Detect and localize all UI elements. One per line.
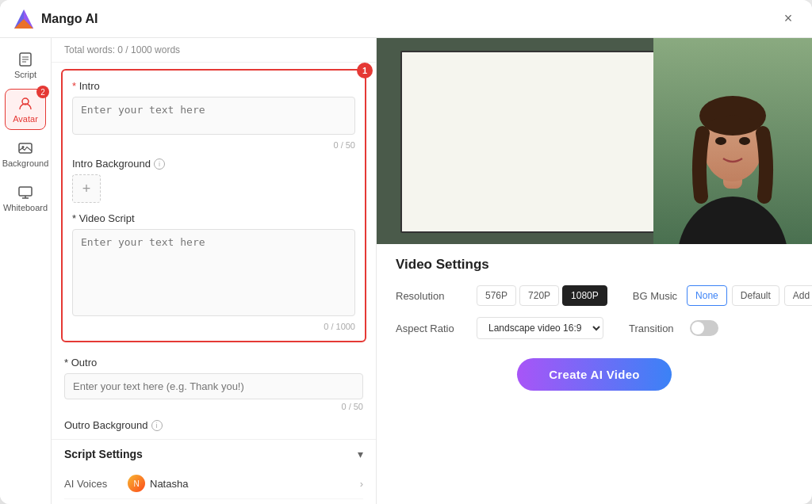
resolution-row: Resolution 576P 720P 1080P BG Music None… [396,285,793,306]
outro-required: * [64,357,71,368]
sidebar-item-script[interactable]: Script [5,44,46,86]
intro-input-wrapper: 0 / 50 [72,97,355,150]
intro-char-count: 0 / 50 [72,140,355,150]
script-settings-header[interactable]: Script Settings ▾ [52,439,376,468]
chevron-down-icon: ▾ [358,448,363,460]
ai-voices-row: AI Voices N Natasha › [64,468,363,499]
bg-music-label: BG Music [633,290,677,302]
video-settings-area: Video Settings Resolution 576P 720P 1080… [377,244,812,504]
nav-item-wrapper-background: Background [5,133,46,174]
logo-icon [13,8,35,30]
svg-rect-8 [19,143,32,153]
svg-rect-10 [19,187,32,196]
sidebar-nav: Script Avatar 2 [0,38,52,504]
transition-toggle[interactable] [690,320,718,336]
intro-label: * Intro [72,80,355,92]
outro-bg-label: Outro Background i [64,419,163,431]
modal-body: Script Avatar 2 [0,38,812,504]
create-button-area: Create AI Video [396,358,793,391]
video-script-label: * Video Script [72,212,355,224]
avatar-figure [653,38,812,244]
script-section: 1 * Intro 0 / 50 Intro Background i + [61,69,366,342]
intro-bg-label: Intro Background i [72,158,355,170]
outro-input[interactable] [64,373,363,399]
aspect-ratio-select[interactable]: Landscape video 16:9 Portrait video 9:16… [477,317,603,339]
script-label: Script [14,70,36,79]
outro-input-wrapper: 0 / 50 [64,373,363,411]
intro-bg-add-button[interactable]: + [72,174,101,203]
intro-required: * [72,80,79,92]
background-icon [17,140,33,156]
outro-bg-info-icon[interactable]: i [151,420,163,431]
bg-music-default-button[interactable]: Default [732,285,779,306]
outro-section: * Outro 0 / 50 Outro Background i [52,349,376,439]
close-button[interactable]: × [777,8,799,30]
modal-header: Mango AI × [0,0,812,38]
video-settings-title: Video Settings [396,257,793,273]
aspect-ratio-label: Aspect Ratio [396,323,467,334]
create-ai-video-button[interactable]: Create AI Video [517,358,672,391]
section-badge: 1 [357,63,373,78]
words-count: Total words: 0 / 1000 words [52,38,376,63]
main-modal: Mango AI × Script [0,0,812,504]
preview-whiteboard [400,51,686,233]
ai-voices-arrow-icon: › [360,478,363,490]
title-style-row: Title Style * Random › [64,499,363,504]
aspect-ratio-row: Aspect Ratio Landscape video 16:9 Portra… [396,317,793,339]
resolution-720p-button[interactable]: 720P [519,285,559,306]
intro-input[interactable] [72,97,355,135]
whiteboard-icon [17,185,33,200]
ai-voices-name: Natasha [150,478,355,490]
transition-label: Transition [629,323,674,334]
bg-music-buttons: None Default Add [687,285,812,306]
avatar-badge: 2 [36,86,49,98]
nav-item-wrapper-whiteboard: Whiteboard [5,178,46,219]
bg-music-none-button[interactable]: None [687,285,727,306]
voice-avatar: N [128,475,145,492]
video-script-input[interactable] [72,229,355,316]
intro-bg-info-icon[interactable]: i [154,158,165,170]
sidebar-item-whiteboard[interactable]: Whiteboard [5,178,46,219]
outro-bg-row: Outro Background i [64,419,363,431]
right-panel: Video Settings Resolution 576P 720P 1080… [377,38,812,504]
outro-label: * Outro [64,357,363,368]
left-panel: Total words: 0 / 1000 words 1 * Intro 0 … [52,38,377,504]
svg-point-18 [715,137,726,145]
video-script-char-count: 0 / 1000 [72,322,355,331]
outro-char-count: 0 / 50 [64,402,363,411]
script-icon [17,52,33,67]
sidebar-item-background[interactable]: Background [5,133,46,174]
app-title: Mango AI [41,12,98,26]
avatar-label: Avatar [13,114,38,124]
resolution-label: Resolution [396,290,467,302]
nav-item-wrapper-avatar: Avatar 2 [5,89,46,130]
logo: Mango AI [13,8,98,30]
scroll-content: 1 * Intro 0 / 50 Intro Background i + [52,63,376,504]
background-label: Background [2,158,49,168]
ai-voices-label: AI Voices [64,478,128,490]
whiteboard-label: Whiteboard [3,203,48,212]
ai-voices-value[interactable]: N Natasha › [128,475,363,492]
preview-area [377,38,812,244]
resolution-1080p-button[interactable]: 1080P [562,285,607,306]
resolution-576p-button[interactable]: 576P [477,285,516,306]
video-script-required: * [72,212,79,224]
settings-rows: AI Voices N Natasha › Title Style * Rand… [52,468,376,504]
avatar-icon [17,96,33,112]
resolution-buttons: 576P 720P 1080P [477,285,607,306]
script-settings-title: Script Settings [64,448,143,460]
bg-music-add-button[interactable]: Add [784,285,812,306]
nav-item-wrapper-script: Script [5,44,46,86]
svg-point-19 [739,137,750,145]
